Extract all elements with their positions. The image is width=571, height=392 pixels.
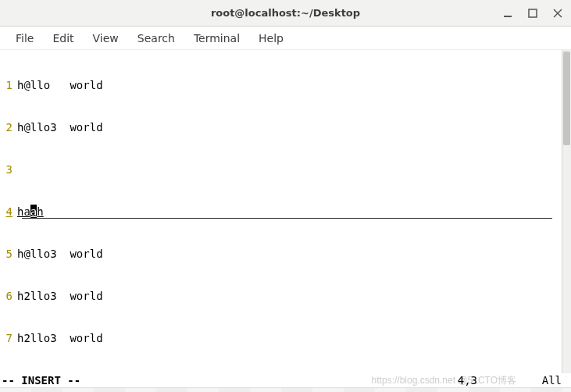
line-number: 7 (0, 331, 17, 345)
scrollbar-thumb[interactable] (563, 52, 570, 145)
line-text: h2llo3 world (17, 331, 103, 345)
line-text: h2llo3 world (17, 289, 103, 303)
close-button[interactable] (552, 8, 563, 19)
line-number: 1 (0, 78, 17, 92)
line-text: h@llo3 world (17, 247, 103, 261)
menu-terminal[interactable]: Terminal (184, 29, 249, 48)
statusbar: -- INSERT -- https://blog.csdn.net @51CT… (0, 373, 571, 387)
line-number: 5 (0, 247, 17, 261)
menu-edit[interactable]: Edit (43, 29, 83, 48)
line-text: haah (17, 205, 44, 219)
line-number: 2 (0, 120, 17, 134)
line-pre: ha (17, 205, 30, 218)
window-controls (502, 8, 563, 19)
text-editor[interactable]: 1h@llo world 2h@llo3 world 3 4haah 5h@ll… (0, 50, 552, 373)
line: 2h@llo3 world (0, 120, 552, 134)
menu-help[interactable]: Help (249, 29, 293, 48)
cursor-position: 4,3 (458, 373, 477, 387)
bottom-strip (0, 387, 571, 392)
line: 7h2llo3 world (0, 331, 552, 345)
line: 3 (0, 162, 552, 176)
scroll-percent: All (542, 373, 562, 387)
line-post: h (37, 205, 43, 218)
scrollbar[interactable] (562, 50, 571, 373)
menubar: File Edit View Search Terminal Help (0, 27, 571, 50)
editor-area[interactable]: 1h@llo world 2h@llo3 world 3 4haah 5h@ll… (0, 50, 571, 373)
maximize-button[interactable] (527, 8, 538, 19)
svg-rect-1 (529, 9, 537, 17)
watermark: https://blog.csdn.net @51CTO博客 (372, 373, 516, 387)
menu-search[interactable]: Search (128, 29, 184, 48)
menu-file[interactable]: File (6, 29, 43, 48)
line-number: 4 (0, 205, 17, 219)
line-number: 3 (0, 162, 17, 176)
window-title: root@localhost:~/Desktop (211, 7, 360, 19)
line: 1h@llo world (0, 78, 552, 92)
cursor-underline (22, 218, 552, 219)
line-text: h@llo3 world (17, 120, 103, 134)
line-cursor: 4haah (0, 205, 552, 219)
minimize-button[interactable] (502, 8, 513, 19)
line-number: 6 (0, 289, 17, 303)
line: 5h@llo3 world (0, 247, 552, 261)
vim-mode: -- INSERT -- (0, 373, 80, 387)
line: 6h2llo3 world (0, 289, 552, 303)
menu-view[interactable]: View (84, 29, 128, 48)
line-text: h@llo world (17, 78, 103, 92)
window-titlebar: root@localhost:~/Desktop (0, 0, 571, 27)
